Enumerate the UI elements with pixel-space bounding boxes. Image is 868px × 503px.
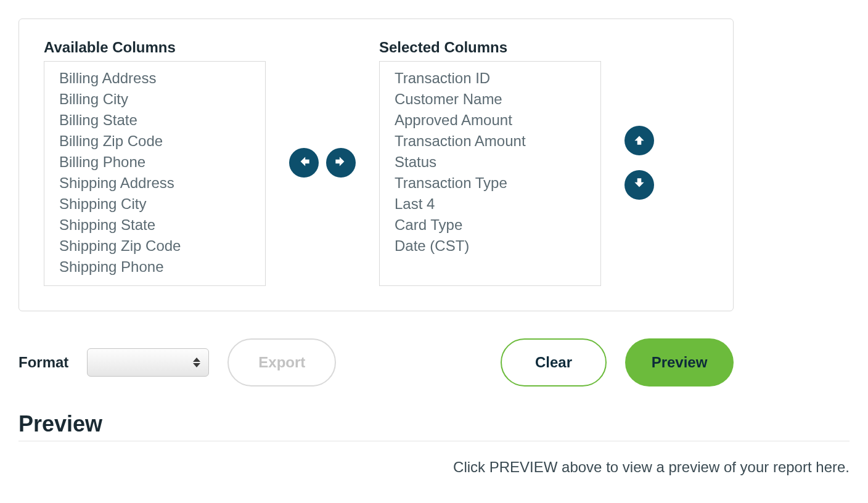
list-item[interactable]: Date (CST): [395, 235, 600, 256]
transfer-controls: [278, 148, 367, 178]
arrow-left-icon: [296, 153, 312, 171]
list-item[interactable]: Billing Zip Code: [59, 131, 265, 152]
list-item[interactable]: Transaction ID: [395, 68, 600, 89]
selected-columns-listbox[interactable]: Transaction IDCustomer NameApproved Amou…: [379, 61, 601, 286]
columns-panel: Available Columns Billing AddressBilling…: [18, 18, 734, 311]
list-item[interactable]: Shipping Zip Code: [59, 235, 265, 256]
available-columns-block: Available Columns Billing AddressBilling…: [44, 39, 266, 286]
list-item[interactable]: Shipping City: [59, 194, 265, 215]
arrow-up-icon: [631, 131, 647, 149]
move-up-button[interactable]: [624, 126, 654, 155]
list-item[interactable]: Last 4: [395, 194, 600, 215]
list-item[interactable]: Transaction Type: [395, 173, 600, 194]
format-select[interactable]: [87, 348, 209, 377]
clear-button[interactable]: Clear: [501, 338, 607, 386]
list-item[interactable]: Billing Address: [59, 68, 265, 89]
list-item[interactable]: Shipping Address: [59, 173, 265, 194]
arrow-right-icon: [333, 153, 349, 171]
list-item[interactable]: Shipping Phone: [59, 256, 265, 277]
list-item[interactable]: Customer Name: [395, 89, 600, 110]
format-label: Format: [18, 354, 68, 371]
action-row: Format Export Clear Preview: [18, 338, 734, 386]
move-down-button[interactable]: [624, 170, 654, 200]
list-item[interactable]: Billing State: [59, 110, 265, 131]
preview-hint: Click PREVIEW above to view a preview of…: [18, 459, 850, 476]
available-columns-listbox[interactable]: Billing AddressBilling CityBilling State…: [44, 61, 266, 286]
list-item[interactable]: Status: [395, 152, 600, 173]
move-left-button[interactable]: [289, 148, 319, 178]
preview-heading: Preview: [18, 411, 850, 441]
preview-button[interactable]: Preview: [625, 338, 734, 386]
list-item[interactable]: Shipping State: [59, 215, 265, 235]
arrow-down-icon: [631, 176, 647, 194]
reorder-controls: [613, 126, 654, 200]
list-item[interactable]: Billing Phone: [59, 152, 265, 173]
selected-columns-label: Selected Columns: [379, 39, 601, 56]
available-columns-label: Available Columns: [44, 39, 266, 56]
list-item[interactable]: Approved Amount: [395, 110, 600, 131]
export-button[interactable]: Export: [227, 338, 336, 386]
move-right-button[interactable]: [326, 148, 356, 178]
selected-columns-block: Selected Columns Transaction IDCustomer …: [379, 39, 601, 286]
list-item[interactable]: Card Type: [395, 215, 600, 235]
list-item[interactable]: Transaction Amount: [395, 131, 600, 152]
list-item[interactable]: Billing City: [59, 89, 265, 110]
format-select-wrap: [87, 348, 209, 377]
